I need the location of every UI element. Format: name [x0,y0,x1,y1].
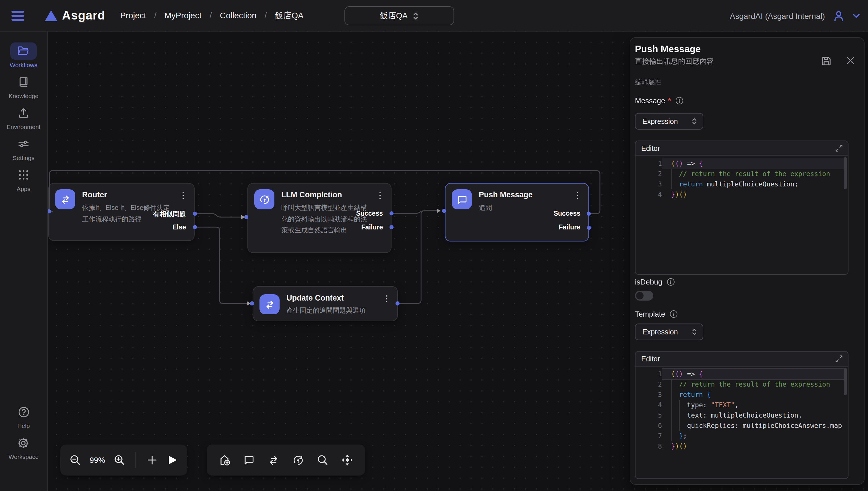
node-description: 產生固定的追問問題與選項 [287,305,366,316]
breadcrumb: Project / MyProject / Collection / 飯店QA [120,10,304,21]
breadcrumb-item-myproject[interactable]: MyProject [164,11,201,20]
grid-icon [10,166,37,183]
node-title: Router [82,191,107,199]
node-router[interactable]: Router 依據If、Else If、Else條件決定工作流程執行的路徑 有相… [48,183,195,241]
logo: Asgard [45,9,105,22]
chat-bubble-icon[interactable] [242,453,256,467]
add-home-icon[interactable] [217,453,232,467]
swap-arrows-icon[interactable] [266,453,281,467]
llm-refresh-icon [254,189,274,209]
expand-icon[interactable] [835,355,843,363]
wire-else-to-updatecontext [195,227,247,304]
breadcrumb-item-project[interactable]: Project [120,11,146,20]
code-line[interactable]: 8})() [635,441,848,452]
code-line[interactable]: 2 // return the result of the expression [635,379,848,389]
code-line[interactable]: 1(() => { [635,158,848,169]
sidebar-item-environment[interactable]: Environment [7,105,40,130]
sidebar-item-knowledge[interactable]: Knowledge [9,74,38,99]
code-area[interactable]: 1(() => {2 // return the result of the e… [635,156,848,274]
template-field-label: Template i [635,310,848,318]
sidebar-item-help[interactable]: Help [10,403,37,429]
sidebar-item-label: Apps [17,185,30,192]
sidebar-item-settings[interactable]: Settings [10,135,37,161]
add-icon[interactable] [145,453,159,467]
node-menu-icon[interactable] [573,191,581,201]
properties-panel: Push Message 直接輸出訊息的回應內容 編輯屬性 Message * … [630,37,865,485]
chevron-updown-icon [692,328,697,336]
sidebar-item-label: Environment [7,123,40,130]
code-line[interactable]: 2 // return the result of the expression [635,169,848,179]
upload-icon [10,105,37,122]
sidebar-item-workspace[interactable]: Workspace [9,434,39,460]
node-title: LLM Completion [281,191,342,199]
output-port-label[interactable]: Failure [361,224,383,231]
llm-refresh-icon[interactable] [291,453,306,467]
output-port-label[interactable]: 有相似問題 [153,210,186,219]
sidebar-item-label: Help [17,422,30,429]
code-line[interactable]: 3 return multipleChoiceQuestion; [635,179,848,189]
save-icon[interactable] [821,56,831,66]
code-line[interactable]: 3 return { [635,389,848,400]
code-line[interactable]: 5 text: multipleChoiceQuestion, [635,410,848,421]
node-title: Push Message [479,191,533,199]
isdebug-field-label: isDebug i [635,278,848,286]
folder-icon [10,42,37,60]
code-line[interactable]: 6 quickReplies: multipleChoiceAnswers.ma… [635,421,848,431]
message-field-label: Message * i [635,96,848,105]
node-push-message[interactable]: Push Message 追問 Success Failure [445,183,589,241]
node-llm-completion[interactable]: LLM Completion 呼叫大型語言模型並產生結構化的資料輸出以輔助流程的… [247,183,391,253]
panel-title: Push Message [635,44,848,55]
output-port-label[interactable]: Failure [559,224,580,231]
node-update-context[interactable]: Update Context 產生固定的追問問題與選項 [252,286,398,321]
output-port-label[interactable]: Success [554,210,580,217]
breadcrumb-item-current[interactable]: 飯店QA [275,10,303,21]
template-type-select[interactable]: Expression [635,323,703,340]
hamburger-icon[interactable] [11,10,25,21]
node-menu-icon[interactable] [376,191,384,201]
workflow-selector[interactable]: 飯店QA [345,6,454,25]
logo-triangle-icon [45,10,57,21]
sidebar-item-apps[interactable]: Apps [10,166,37,192]
chevron-updown-icon [692,118,697,125]
code-area[interactable]: 1(() => {2 // return the result of the e… [635,367,848,479]
chat-bubble-icon [452,189,472,209]
breadcrumb-item-collection[interactable]: Collection [220,11,256,20]
node-title: Update Context [287,294,344,302]
account-menu[interactable]: AsgardAI (Asgard Internal) [730,0,860,32]
required-asterisk: * [668,96,671,105]
info-icon[interactable]: i [670,310,677,318]
code-line[interactable]: 7 }; [635,431,848,441]
close-icon[interactable] [846,56,855,66]
editor-title: Editor [641,355,660,363]
expand-icon[interactable] [835,145,843,152]
run-icon[interactable] [165,453,180,467]
message-code-editor[interactable]: Editor 1(() => {2 // return the result o… [635,141,848,275]
sidebar-item-label: Settings [12,154,34,161]
panel-subtitle: 直接輸出訊息的回應內容 [635,57,848,66]
template-code-editor[interactable]: Editor 1(() => {2 // return the result o… [635,351,848,479]
output-port-label[interactable]: Success [356,210,383,217]
info-icon[interactable]: i [667,278,674,286]
isdebug-toggle[interactable] [635,291,653,300]
book-icon [10,74,37,91]
node-menu-icon[interactable] [382,294,390,304]
section-label: 編輯屬性 [635,78,848,87]
info-icon[interactable]: i [676,97,683,105]
code-line[interactable]: 4 type: "TEXT", [635,400,848,410]
move-icon[interactable] [340,453,354,467]
account-label: AsgardAI (Asgard Internal) [730,11,825,20]
zoom-out-icon[interactable] [68,453,82,467]
node-menu-icon[interactable] [179,191,187,201]
code-line[interactable]: 1(() => { [635,369,848,379]
search-icon[interactable] [315,453,330,467]
message-type-select[interactable]: Expression [635,113,703,129]
sliders-icon [10,135,37,152]
wire-updatecontext-to-push [398,211,437,304]
zoom-level[interactable]: 99% [88,456,107,464]
zoom-in-icon[interactable] [112,453,127,467]
output-port-label[interactable]: Else [172,224,186,231]
code-line[interactable]: 4})() [635,189,848,200]
node-description: 呼叫大型語言模型並產生結構化的資料輸出以輔助流程的決策或生成自然語言輸出 [281,202,370,236]
swap-arrows-icon [260,294,279,314]
sidebar-item-workflows[interactable]: Workflows [10,42,37,68]
